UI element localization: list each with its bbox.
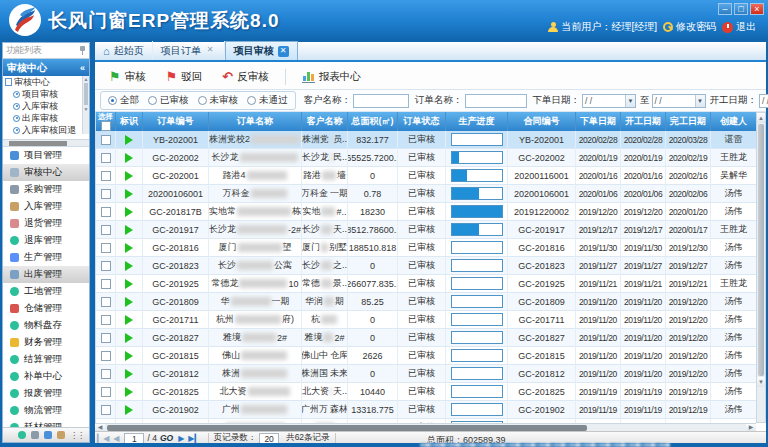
chevron-down-icon[interactable]: ▼ bbox=[625, 95, 635, 107]
nav-overflow-icon[interactable] bbox=[44, 431, 52, 439]
approve-button[interactable]: ⚑ 审核 bbox=[101, 66, 154, 88]
sidebar-item[interactable]: 财务管理 bbox=[3, 334, 89, 351]
close-tab-icon[interactable]: ✕ bbox=[205, 45, 216, 56]
table-row[interactable]: YB-202001 株洲党校2 株洲党员.. 832.177 已审核 YB-20… bbox=[96, 131, 756, 149]
status-radio[interactable]: 未审核 bbox=[198, 94, 239, 107]
change-password-button[interactable]: 修改密码 bbox=[663, 20, 716, 34]
table-row[interactable]: GC-201816 厦门望 厦门别墅 188510.818 已审核 GC-201… bbox=[96, 239, 756, 257]
column-header[interactable]: 标识 bbox=[116, 112, 143, 131]
sidebar-item[interactable]: 物流管理 bbox=[3, 402, 89, 419]
nav-overflow-icon[interactable] bbox=[31, 431, 39, 439]
sidebar-item[interactable]: 退库管理 bbox=[3, 232, 89, 249]
next-page-button[interactable]: ▶ bbox=[178, 434, 184, 443]
minimize-button[interactable]: – bbox=[718, 3, 732, 15]
sidebar-item[interactable]: 补单中心 bbox=[3, 368, 89, 385]
sidebar-item[interactable]: 物料盘存 bbox=[3, 317, 89, 334]
page-size-input[interactable]: 20 bbox=[259, 433, 279, 444]
customer-name-input[interactable] bbox=[353, 94, 409, 108]
tree-node[interactable]: 入库审核回退 bbox=[3, 124, 89, 136]
start-date-picker[interactable]: / /▼ bbox=[759, 94, 768, 108]
nav-overflow-icon[interactable] bbox=[18, 431, 26, 439]
column-header[interactable]: 订单编号 bbox=[143, 112, 209, 131]
tab-active[interactable]: 项目审核 ✕ bbox=[225, 41, 298, 60]
current-user[interactable]: 当前用户：经理[经理] bbox=[548, 20, 657, 34]
table-row[interactable]: GC-201902 广州 广州万森林 13318.775 已审核 GC-2019… bbox=[96, 401, 756, 419]
table-row[interactable]: GC-201925 常德龙10 常德景.. 266077.835.. 已审核 G… bbox=[96, 275, 756, 293]
tree-node[interactable]: 项目审核 bbox=[3, 88, 89, 100]
row-checkbox[interactable] bbox=[101, 261, 111, 271]
column-header[interactable]: 客户名称 bbox=[302, 112, 348, 131]
table-row[interactable]: GC-201815 佛山 佛山中仓库 2626 已审核 GC-201815 20… bbox=[96, 347, 756, 365]
reject-button[interactable]: ⚑ 驳回 bbox=[158, 66, 211, 88]
sidebar-item[interactable]: 报废管理 bbox=[3, 385, 89, 402]
report-center-button[interactable]: 报表中心 bbox=[294, 66, 369, 88]
tree-node[interactable]: 出库审核 bbox=[3, 112, 89, 124]
row-checkbox[interactable] bbox=[101, 369, 111, 379]
last-page-button[interactable]: ▶▎ bbox=[188, 434, 200, 443]
table-row[interactable]: GC-201827 雅境2# 雅境2# 0 已审核 GC-201827 2019… bbox=[96, 329, 756, 347]
nav-overflow-icon[interactable] bbox=[57, 431, 65, 439]
table-row[interactable]: GC-201917 长沙龙-2# 长沙天.. 8512.78600.. 已审核 … bbox=[96, 221, 756, 239]
row-checkbox[interactable] bbox=[101, 333, 111, 343]
prev-page-button[interactable]: ◀ bbox=[113, 434, 119, 443]
sidebar-item[interactable]: 入库管理 bbox=[3, 198, 89, 215]
row-checkbox[interactable] bbox=[101, 405, 111, 415]
row-checkbox[interactable] bbox=[101, 315, 111, 325]
sidebar-item[interactable]: 退货管理 bbox=[3, 215, 89, 232]
nav-more-icon[interactable]: ⋮⋮ bbox=[70, 431, 84, 440]
table-row[interactable]: GC-202002 长沙龙 长沙龙民.. 65525.7200.. 已审核 GC… bbox=[96, 149, 756, 167]
status-radio[interactable]: 全部 bbox=[108, 94, 139, 107]
sidebar-item[interactable]: 出库管理 bbox=[3, 266, 89, 283]
close-button[interactable]: × bbox=[750, 3, 764, 15]
row-checkbox[interactable] bbox=[101, 189, 111, 199]
page-number-input[interactable]: 1 bbox=[124, 433, 144, 444]
row-checkbox[interactable] bbox=[101, 351, 111, 361]
sidebar-item[interactable]: 结算管理 bbox=[3, 351, 89, 368]
first-page-button[interactable]: ▎◀ bbox=[97, 434, 109, 443]
row-checkbox[interactable] bbox=[101, 279, 111, 289]
scroll-up-icon[interactable]: ▲ bbox=[757, 113, 765, 123]
function-list-box[interactable]: 功能列表 bbox=[3, 43, 89, 59]
status-radio[interactable]: 未通过 bbox=[247, 94, 288, 107]
table-row[interactable]: GC-201812 株洲 株洲国未来 0 已审核 GC-201812 2019/… bbox=[96, 365, 756, 383]
column-header[interactable]: 开工日期 bbox=[621, 112, 666, 131]
tab-item[interactable]: 项目订单 ✕ bbox=[153, 41, 225, 60]
row-checkbox[interactable] bbox=[101, 135, 111, 145]
column-header[interactable]: 订单状态 bbox=[398, 112, 446, 131]
logout-button[interactable]: 退出 bbox=[722, 20, 756, 34]
column-header[interactable]: 选择 bbox=[96, 112, 116, 131]
sidebar-item[interactable]: 审核中心 bbox=[3, 164, 89, 181]
row-checkbox[interactable] bbox=[101, 225, 111, 235]
table-row[interactable]: GC-201823 长沙公寓 长沙之.. 0 已审核 GC-201823 201… bbox=[96, 257, 756, 275]
order-name-input[interactable] bbox=[465, 94, 527, 108]
sidebar-group-header[interactable]: 审核中心 « bbox=[3, 59, 89, 76]
scroll-right-icon[interactable]: ▶ bbox=[746, 424, 756, 431]
column-header[interactable]: 完工日期 bbox=[666, 112, 711, 131]
column-header[interactable]: 下单日期 bbox=[576, 112, 621, 131]
row-checkbox[interactable] bbox=[101, 297, 111, 307]
collapse-icon[interactable]: « bbox=[80, 63, 85, 73]
table-row[interactable]: 20200106001 万科金 万科金一期 0.78 已审核 202001060… bbox=[96, 185, 756, 203]
row-checkbox[interactable] bbox=[101, 243, 111, 253]
grid-vertical-scrollbar[interactable]: ▲ ▼ bbox=[756, 112, 766, 423]
column-header[interactable]: 创建人 bbox=[711, 112, 756, 131]
status-radio[interactable]: 已审核 bbox=[148, 94, 189, 107]
vertical-scroll-thumb[interactable] bbox=[758, 124, 764, 376]
table-row[interactable]: GC-201817B 实地常栋 实地#.. 18230 已审核 20191220… bbox=[96, 203, 756, 221]
grid-horizontal-scrollbar[interactable]: ◀ ▶ bbox=[95, 423, 756, 431]
table-row[interactable]: GC-201809 华一期 华润期 85.25 已审核 GC-201809 20… bbox=[96, 293, 756, 311]
pin-icon[interactable] bbox=[79, 46, 86, 55]
go-button[interactable]: GO bbox=[160, 433, 173, 443]
column-header[interactable]: 总面积(㎡) bbox=[348, 112, 398, 131]
sidebar-item[interactable]: 项目管理 bbox=[3, 147, 89, 164]
maximize-button[interactable]: □ bbox=[734, 3, 748, 15]
sidebar-item[interactable]: 工地管理 bbox=[3, 283, 89, 300]
table-row[interactable]: GC-202001 路港4 路港墙 0 已审核 20200116001 2020… bbox=[96, 167, 756, 185]
tree-node[interactable]: 入库审核 bbox=[3, 100, 89, 112]
tree-node-root[interactable]: 审核中心 bbox=[3, 76, 89, 88]
close-tab-icon[interactable]: ✕ bbox=[278, 46, 289, 57]
row-checkbox[interactable] bbox=[101, 153, 111, 163]
order-date-end-picker[interactable]: / /▼ bbox=[652, 94, 706, 108]
table-row[interactable]: GC-201825 北大资 北大资天.. 10440 已审核 GC-201825… bbox=[96, 383, 756, 401]
scroll-down-icon[interactable]: ▼ bbox=[757, 377, 765, 387]
